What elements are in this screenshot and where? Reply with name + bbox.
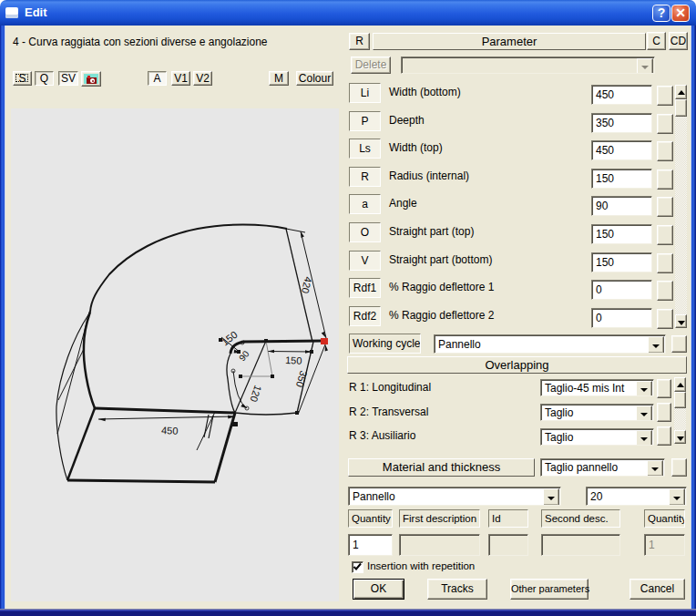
svg-text:450: 450 xyxy=(161,425,179,436)
svg-text:150: 150 xyxy=(285,354,302,366)
svg-text:420: 420 xyxy=(300,276,314,295)
svg-text:120: 120 xyxy=(248,384,263,403)
svg-text:350: 350 xyxy=(294,369,310,388)
